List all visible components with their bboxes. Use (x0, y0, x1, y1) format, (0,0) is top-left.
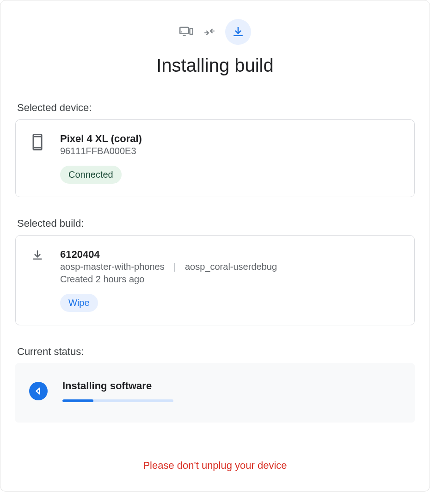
status-title: Installing software (62, 380, 401, 392)
progress-track (62, 399, 173, 402)
selected-device-label: Selected device: (15, 102, 415, 114)
page-title: Installing build (15, 55, 415, 76)
device-name: Pixel 4 XL (coral) (60, 133, 400, 145)
connect-step-icon (202, 25, 217, 39)
build-created: Created 2 hours ago (60, 274, 400, 285)
build-target: aosp_coral-userdebug (185, 261, 277, 272)
download-step-icon (225, 19, 251, 45)
current-status-label: Current status: (15, 346, 415, 358)
progress-bar (62, 399, 93, 402)
device-status-badge: Connected (60, 166, 122, 184)
device-serial: 96111FFBA000E3 (60, 146, 400, 156)
devices-step-icon (179, 25, 194, 39)
download-icon (30, 249, 45, 261)
installer-panel: Installing build Selected device: Pixel … (0, 0, 430, 492)
stepper (15, 19, 415, 45)
build-branch: aosp-master-with-phones (60, 261, 165, 272)
svg-rect-0 (180, 27, 189, 34)
unplug-warning: Please don't unplug your device (15, 460, 415, 472)
svg-rect-3 (190, 29, 193, 35)
separator: | (173, 261, 176, 272)
device-card: Pixel 4 XL (coral) 96111FFBA000E3 Connec… (15, 119, 415, 197)
selected-build-label: Selected build: (15, 218, 415, 230)
status-panel: Installing software (15, 363, 415, 423)
build-card: 6120404 aosp-master-with-phones | aosp_c… (15, 235, 415, 325)
build-meta: aosp-master-with-phones | aosp_coral-use… (60, 261, 400, 272)
wipe-badge: Wipe (60, 294, 98, 312)
svg-point-2 (181, 31, 182, 33)
phone-icon (30, 133, 45, 150)
status-spinner-icon (29, 382, 48, 400)
build-id: 6120404 (60, 249, 400, 261)
